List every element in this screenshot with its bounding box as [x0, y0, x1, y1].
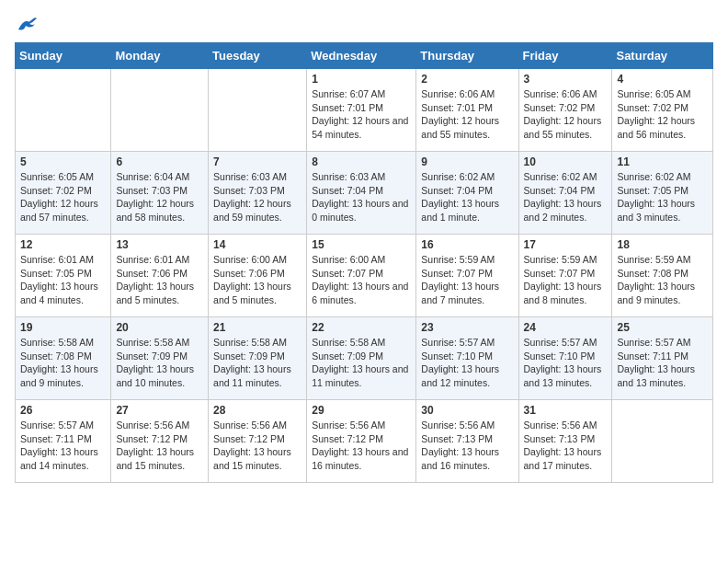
calendar-cell: 7Sunrise: 6:03 AMSunset: 7:03 PMDaylight…	[209, 152, 307, 235]
calendar-cell: 13Sunrise: 6:01 AMSunset: 7:06 PMDayligh…	[111, 235, 209, 317]
calendar-cell: 4Sunrise: 6:05 AMSunset: 7:02 PMDaylight…	[612, 69, 713, 152]
calendar-week-row: 5Sunrise: 6:05 AMSunset: 7:02 PMDaylight…	[16, 152, 713, 235]
calendar-cell: 25Sunrise: 5:57 AMSunset: 7:11 PMDayligh…	[612, 317, 713, 400]
col-header-friday: Friday	[518, 43, 612, 69]
day-info: Sunrise: 6:06 AMSunset: 7:02 PMDaylight:…	[524, 87, 608, 142]
day-info: Sunrise: 6:00 AMSunset: 7:06 PMDaylight:…	[213, 253, 301, 307]
day-number: 15	[312, 238, 411, 251]
calendar-week-row: 12Sunrise: 6:01 AMSunset: 7:05 PMDayligh…	[16, 235, 713, 317]
day-number: 18	[617, 238, 708, 251]
calendar-week-row: 1Sunrise: 6:07 AMSunset: 7:01 PMDaylight…	[16, 69, 713, 152]
day-info: Sunrise: 5:57 AMSunset: 7:10 PMDaylight:…	[524, 336, 608, 390]
calendar-cell: 12Sunrise: 6:01 AMSunset: 7:05 PMDayligh…	[16, 235, 111, 317]
day-info: Sunrise: 5:59 AMSunset: 7:08 PMDaylight:…	[617, 253, 708, 307]
day-info: Sunrise: 6:03 AMSunset: 7:04 PMDaylight:…	[312, 170, 411, 224]
calendar-cell	[612, 400, 713, 483]
day-number: 7	[213, 155, 301, 168]
day-number: 14	[213, 238, 301, 251]
day-info: Sunrise: 6:05 AMSunset: 7:02 PMDaylight:…	[617, 87, 708, 142]
calendar-cell: 6Sunrise: 6:04 AMSunset: 7:03 PMDaylight…	[111, 152, 209, 235]
calendar-cell: 27Sunrise: 5:56 AMSunset: 7:12 PMDayligh…	[111, 400, 209, 483]
day-info: Sunrise: 6:05 AMSunset: 7:02 PMDaylight:…	[20, 170, 106, 224]
day-info: Sunrise: 5:58 AMSunset: 7:09 PMDaylight:…	[213, 336, 301, 390]
day-info: Sunrise: 5:58 AMSunset: 7:09 PMDaylight:…	[312, 336, 411, 390]
calendar-cell: 2Sunrise: 6:06 AMSunset: 7:01 PMDaylight…	[416, 69, 518, 152]
col-header-sunday: Sunday	[16, 43, 111, 69]
day-number: 24	[524, 321, 608, 334]
day-info: Sunrise: 5:56 AMSunset: 7:12 PMDaylight:…	[312, 419, 411, 473]
calendar-table: SundayMondayTuesdayWednesdayThursdayFrid…	[15, 42, 713, 483]
day-info: Sunrise: 6:07 AMSunset: 7:01 PMDaylight:…	[312, 87, 411, 142]
logo-bird-icon	[17, 17, 37, 33]
day-number: 10	[524, 155, 608, 168]
day-number: 23	[421, 321, 513, 334]
day-info: Sunrise: 6:06 AMSunset: 7:01 PMDaylight:…	[421, 87, 513, 142]
col-header-wednesday: Wednesday	[307, 43, 416, 69]
calendar-cell: 14Sunrise: 6:00 AMSunset: 7:06 PMDayligh…	[209, 235, 307, 317]
day-number: 19	[20, 321, 106, 334]
day-info: Sunrise: 5:56 AMSunset: 7:12 PMDaylight:…	[116, 419, 203, 473]
day-info: Sunrise: 6:02 AMSunset: 7:04 PMDaylight:…	[421, 170, 513, 224]
day-info: Sunrise: 5:56 AMSunset: 7:12 PMDaylight:…	[213, 419, 301, 473]
day-info: Sunrise: 6:04 AMSunset: 7:03 PMDaylight:…	[116, 170, 203, 224]
day-info: Sunrise: 5:58 AMSunset: 7:08 PMDaylight:…	[20, 336, 106, 390]
calendar-cell: 17Sunrise: 5:59 AMSunset: 7:07 PMDayligh…	[518, 235, 612, 317]
calendar-cell: 24Sunrise: 5:57 AMSunset: 7:10 PMDayligh…	[518, 317, 612, 400]
day-number: 12	[20, 238, 106, 251]
calendar-cell: 30Sunrise: 5:56 AMSunset: 7:13 PMDayligh…	[416, 400, 518, 483]
calendar-cell: 22Sunrise: 5:58 AMSunset: 7:09 PMDayligh…	[307, 317, 416, 400]
col-header-tuesday: Tuesday	[209, 43, 307, 69]
day-number: 21	[213, 321, 301, 334]
day-number: 16	[421, 238, 513, 251]
day-number: 5	[20, 155, 106, 168]
day-number: 8	[312, 155, 411, 168]
day-info: Sunrise: 5:57 AMSunset: 7:11 PMDaylight:…	[20, 419, 106, 473]
calendar-cell: 31Sunrise: 5:56 AMSunset: 7:13 PMDayligh…	[518, 400, 612, 483]
col-header-saturday: Saturday	[612, 43, 713, 69]
day-number: 22	[312, 321, 411, 334]
calendar-cell: 28Sunrise: 5:56 AMSunset: 7:12 PMDayligh…	[209, 400, 307, 483]
day-number: 9	[421, 155, 513, 168]
day-number: 6	[116, 155, 203, 168]
calendar-cell: 29Sunrise: 5:56 AMSunset: 7:12 PMDayligh…	[307, 400, 416, 483]
day-number: 3	[524, 73, 608, 86]
calendar-cell: 9Sunrise: 6:02 AMSunset: 7:04 PMDaylight…	[416, 152, 518, 235]
calendar-cell: 5Sunrise: 6:05 AMSunset: 7:02 PMDaylight…	[16, 152, 111, 235]
calendar-cell: 8Sunrise: 6:03 AMSunset: 7:04 PMDaylight…	[307, 152, 416, 235]
calendar-header-row: SundayMondayTuesdayWednesdayThursdayFrid…	[16, 43, 713, 69]
day-info: Sunrise: 6:02 AMSunset: 7:04 PMDaylight:…	[524, 170, 608, 224]
day-number: 13	[116, 238, 203, 251]
day-info: Sunrise: 5:59 AMSunset: 7:07 PMDaylight:…	[524, 253, 608, 307]
calendar-cell: 16Sunrise: 5:59 AMSunset: 7:07 PMDayligh…	[416, 235, 518, 317]
day-number: 1	[312, 73, 411, 86]
day-info: Sunrise: 5:59 AMSunset: 7:07 PMDaylight:…	[421, 253, 513, 307]
day-number: 31	[524, 404, 608, 417]
calendar-cell	[111, 69, 209, 152]
calendar-cell	[16, 69, 111, 152]
calendar-cell: 10Sunrise: 6:02 AMSunset: 7:04 PMDayligh…	[518, 152, 612, 235]
calendar-week-row: 26Sunrise: 5:57 AMSunset: 7:11 PMDayligh…	[16, 400, 713, 483]
day-info: Sunrise: 5:57 AMSunset: 7:10 PMDaylight:…	[421, 336, 513, 390]
page-header	[15, 15, 713, 33]
day-number: 30	[421, 404, 513, 417]
day-number: 2	[421, 73, 513, 86]
calendar-cell: 21Sunrise: 5:58 AMSunset: 7:09 PMDayligh…	[209, 317, 307, 400]
day-number: 29	[312, 404, 411, 417]
day-info: Sunrise: 5:57 AMSunset: 7:11 PMDaylight:…	[617, 336, 708, 390]
day-number: 4	[617, 73, 708, 86]
day-info: Sunrise: 5:56 AMSunset: 7:13 PMDaylight:…	[524, 419, 608, 473]
day-info: Sunrise: 6:01 AMSunset: 7:05 PMDaylight:…	[20, 253, 106, 307]
day-number: 17	[524, 238, 608, 251]
calendar-cell: 3Sunrise: 6:06 AMSunset: 7:02 PMDaylight…	[518, 69, 612, 152]
day-number: 27	[116, 404, 203, 417]
calendar-cell: 19Sunrise: 5:58 AMSunset: 7:08 PMDayligh…	[16, 317, 111, 400]
calendar-cell	[209, 69, 307, 152]
day-number: 20	[116, 321, 203, 334]
day-info: Sunrise: 6:00 AMSunset: 7:07 PMDaylight:…	[312, 253, 411, 307]
day-info: Sunrise: 5:56 AMSunset: 7:13 PMDaylight:…	[421, 419, 513, 473]
day-number: 11	[617, 155, 708, 168]
day-info: Sunrise: 6:03 AMSunset: 7:03 PMDaylight:…	[213, 170, 301, 224]
calendar-week-row: 19Sunrise: 5:58 AMSunset: 7:08 PMDayligh…	[16, 317, 713, 400]
calendar-cell: 26Sunrise: 5:57 AMSunset: 7:11 PMDayligh…	[16, 400, 111, 483]
day-number: 28	[213, 404, 301, 417]
